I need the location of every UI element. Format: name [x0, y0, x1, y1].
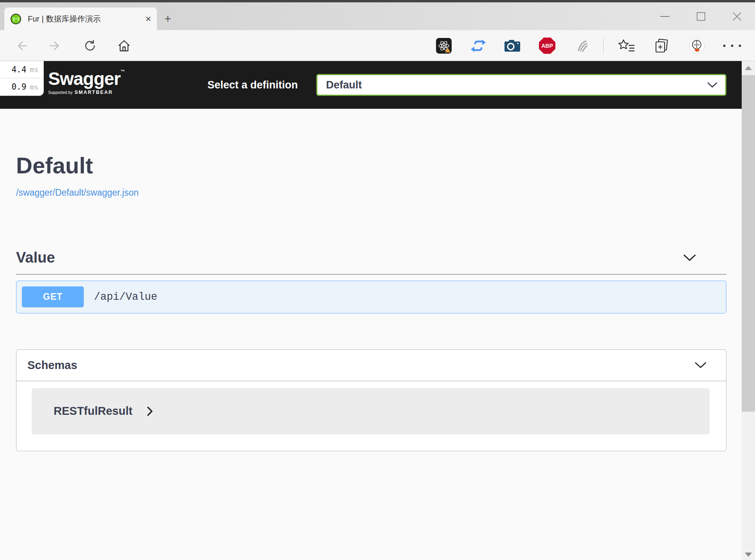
swagger-page: Default /swagger/Default/swagger.json Va… [0, 109, 742, 451]
camera-icon [504, 39, 521, 52]
tag-section-header[interactable]: Value [16, 249, 726, 266]
profiler-timing-button[interactable]: 4.4 ms [0, 61, 43, 78]
abp-icon: ABP [539, 38, 555, 54]
miniprofiler-widget: 4.4 ms 0.9 ms [0, 61, 44, 96]
settings-menu-button[interactable]: • • • [722, 30, 743, 61]
tag-section-title: Value [16, 249, 55, 266]
definition-select[interactable]: Default [316, 74, 726, 96]
browser-toolbar: https://localhost:44313/index.... あ a [0, 30, 755, 61]
swagger-favicon-icon: {···} [11, 14, 21, 24]
browser-tab[interactable]: {···} Fur | 数据库操作演示 ✕ [4, 7, 157, 30]
window-close-button[interactable] [728, 2, 746, 30]
warning-triangle-icon [445, 48, 450, 52]
overflow-dots-icon: • • • [723, 41, 742, 51]
section-divider [16, 274, 726, 275]
swap-extension-button[interactable] [468, 30, 489, 61]
timing-unit: ms [30, 65, 38, 74]
operation-get-api-value[interactable]: GET /api/Value [16, 281, 726, 313]
back-button[interactable] [12, 30, 31, 61]
scrollbar-thumb[interactable] [742, 75, 755, 412]
scrollbar-down-arrow[interactable] [745, 553, 752, 557]
swagger-wordmark: Swagger™ [48, 69, 124, 89]
schemas-title: Schemas [27, 359, 77, 372]
swagger-logo: Swagger™ Supported bySMARTBEAR [48, 69, 124, 95]
select-definition-label: Select a definition [207, 61, 298, 109]
page-title: Default [16, 153, 726, 179]
timing-value: 4.4 [11, 65, 26, 74]
profile-button[interactable] [686, 30, 707, 61]
http-method-badge: GET [22, 286, 84, 307]
forward-button[interactable] [46, 30, 65, 61]
chevron-down-icon [707, 82, 717, 88]
collections-button[interactable] [651, 30, 672, 61]
profiler-timing-button[interactable]: 0.9 ms [0, 78, 43, 95]
feather-icon [575, 39, 589, 53]
screenshot-extension-button[interactable] [502, 30, 523, 61]
favorites-star-list-icon [618, 39, 635, 53]
operation-path: /api/Value [94, 291, 157, 303]
back-arrow-icon [14, 39, 29, 53]
react-devtools-extension-button[interactable] [433, 30, 454, 61]
profile-avatar [689, 38, 705, 54]
window-close-icon [732, 11, 742, 22]
favorites-button[interactable] [616, 30, 637, 61]
forward-arrow-icon [48, 39, 62, 53]
browser-tab-strip: {···} Fur | 数据库操作演示 ✕ + [0, 2, 755, 30]
toolbar-separator [603, 38, 604, 54]
window-maximize-button[interactable] [692, 2, 710, 30]
supported-by-smartbear: Supported bySMARTBEAR [48, 90, 124, 95]
page-scrollbar[interactable] [742, 61, 755, 560]
window-minimize-button[interactable] [656, 2, 674, 30]
swap-arrows-icon [470, 39, 487, 52]
adblock-plus-extension-button[interactable]: ABP [537, 30, 558, 61]
home-icon [117, 38, 132, 53]
react-devtools-icon [436, 38, 452, 54]
tab-title: Fur | 数据库操作演示 [28, 14, 141, 24]
definition-select-value: Default [326, 79, 707, 91]
swagger-topbar: Swagger™ Supported bySMARTBEAR Select a … [0, 61, 742, 109]
home-button[interactable] [115, 30, 133, 61]
schemas-body: RESTfulResult [16, 381, 726, 451]
model-expand-chevron-right-icon[interactable] [147, 406, 153, 416]
tab-close-icon[interactable]: ✕ [145, 14, 151, 23]
collections-icon [654, 38, 669, 54]
schemas-section: Schemas RESTfulResult [16, 349, 726, 451]
model-name: RESTfulResult [54, 405, 132, 418]
timing-unit: ms [30, 83, 38, 91]
refresh-icon [83, 39, 97, 53]
model-restfulresult[interactable]: RESTfulResult [32, 388, 710, 434]
timing-value: 0.9 [11, 82, 26, 92]
scrollbar-up-arrow[interactable] [745, 66, 752, 70]
schemas-chevron-down-icon[interactable] [695, 362, 706, 368]
section-chevron-down-icon[interactable] [683, 254, 696, 261]
refresh-button[interactable] [81, 30, 99, 61]
new-tab-button[interactable]: + [164, 13, 171, 24]
feather-extension-button[interactable] [571, 30, 592, 61]
spec-json-link[interactable]: /swagger/Default/swagger.json [16, 187, 139, 198]
trademark-symbol: ™ [121, 69, 124, 74]
schemas-header[interactable]: Schemas [16, 350, 726, 381]
